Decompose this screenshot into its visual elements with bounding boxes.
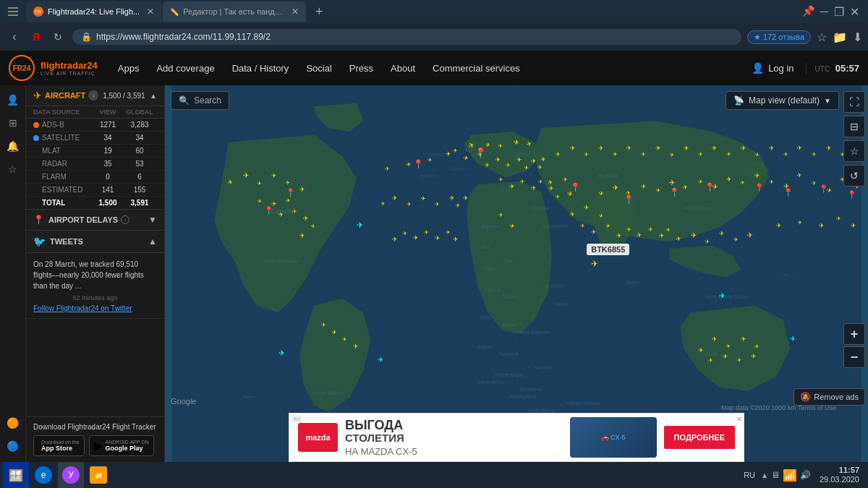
- close-window-button[interactable]: ✕: [850, 5, 859, 19]
- nav-add-coverage[interactable]: Add coverage: [148, 51, 223, 85]
- tab-close-2[interactable]: ✕: [292, 7, 299, 17]
- taskbar-signal-icon[interactable]: 📶: [783, 468, 797, 482]
- google-watermark: Google: [171, 397, 196, 406]
- svg-text:✈: ✈: [641, 183, 647, 190]
- svg-text:📍: 📍: [783, 187, 793, 197]
- svg-text:✈: ✈: [357, 221, 363, 229]
- pin-icon: 📍: [33, 215, 44, 225]
- left-icon-bottom-1[interactable]: 🟠: [3, 413, 23, 433]
- tab-close-1[interactable]: ✕: [147, 7, 154, 17]
- taskbar-app-2[interactable]: У: [58, 462, 84, 488]
- svg-text:✈: ✈: [747, 231, 754, 240]
- zoom-in-button[interactable]: +: [843, 323, 865, 345]
- user-icon: 👤: [752, 62, 764, 74]
- os-taskbar-bottom: 🪟 e У 📁 RU ▲ 🖥 📶 🔊 11:57 29.03.2020: [0, 462, 868, 488]
- tweet-content: On 28 March, we tracked 69,510 flights—n…: [26, 253, 164, 319]
- nav-data-history[interactable]: Data / History: [224, 51, 298, 85]
- restore-button[interactable]: ❐: [834, 5, 844, 19]
- play-store-button[interactable]: ▶ ANDROID APP ON Google Play: [89, 435, 154, 456]
- nav-commercial[interactable]: Commercial services: [424, 51, 529, 85]
- pin-icon[interactable]: 📌: [802, 5, 814, 19]
- left-icon-user[interactable]: 👤: [3, 90, 23, 110]
- svg-text:✈: ✈: [299, 186, 305, 193]
- login-button[interactable]: 👤 Log in: [743, 62, 802, 74]
- nav-press[interactable]: Press: [341, 51, 382, 85]
- taskbar-network-icon[interactable]: 🖥: [771, 470, 780, 480]
- svg-text:✈: ✈: [790, 335, 796, 343]
- svg-text:✈: ✈: [769, 145, 775, 152]
- review-badge[interactable]: ★ 172 отзыва: [747, 30, 811, 44]
- svg-text:✈: ✈: [392, 194, 398, 202]
- svg-text:✈: ✈: [584, 151, 590, 158]
- table-row: MLAT 19 60: [26, 145, 164, 158]
- svg-text:✈: ✈: [736, 357, 742, 364]
- svg-text:✈: ✈: [243, 171, 249, 179]
- svg-text:✈: ✈: [463, 154, 470, 162]
- svg-text:✈: ✈: [697, 346, 704, 354]
- search-box[interactable]: 🔍 Search: [171, 91, 229, 110]
- svg-text:✈: ✈: [392, 236, 398, 243]
- svg-text:✈: ✈: [278, 210, 284, 218]
- start-button[interactable]: 🪟: [3, 462, 29, 488]
- browser-tab-2[interactable]: ✏️ Редактор | Так есть панде... ✕: [163, 1, 306, 22]
- left-icon-grid[interactable]: ⊞: [3, 113, 23, 133]
- reset-view-button[interactable]: ↺: [843, 165, 865, 187]
- wifi-icon: 📡: [733, 95, 744, 106]
- airport-delays-section[interactable]: 📍 AIRPORT DELAYS i ▼: [26, 210, 164, 231]
- taskbar-clock[interactable]: 11:57 29.03.2020: [817, 466, 862, 484]
- new-tab-button[interactable]: +: [309, 1, 329, 22]
- flight-tooltip[interactable]: BTK6855: [587, 244, 629, 255]
- left-icon-star[interactable]: ☆: [3, 159, 23, 179]
- svg-text:📍: 📍: [705, 182, 716, 192]
- svg-text:Chad: Chad: [502, 259, 514, 264]
- svg-text:Mali: Mali: [481, 244, 490, 249]
- chevron-up-icon: ▲: [150, 92, 157, 100]
- svg-text:✈: ✈: [271, 172, 277, 179]
- back-button[interactable]: ‹: [6, 30, 23, 43]
- svg-text:✈: ✈: [605, 223, 611, 230]
- col-source: DATA SOURCE: [33, 108, 93, 116]
- taskbar-right: RU ▲ 🖥 📶 🔊 11:57 29.03.2020: [744, 466, 865, 484]
- map-area[interactable]: Canada United States Algeria Mali Niger …: [165, 85, 868, 462]
- ad-logo-text: mazda: [305, 433, 330, 442]
- svg-text:✈: ✈: [626, 226, 631, 233]
- svg-text:✈: ✈: [427, 157, 433, 163]
- tweet-follow-link[interactable]: Follow Flightradar24 on Twitter: [33, 304, 157, 312]
- download-button[interactable]: ⬇: [853, 30, 862, 44]
- logo[interactable]: FR24 flightradar24 LIVE AIR TRAFFIC: [9, 55, 98, 81]
- svg-text:✈: ✈: [733, 236, 739, 243]
- svg-text:✈: ✈: [751, 353, 757, 360]
- ad-cta-button[interactable]: ПОДРОБНЕЕ: [664, 426, 735, 449]
- taskbar-up-icon[interactable]: ▲: [761, 471, 768, 479]
- favorite-button[interactable]: ☆: [843, 140, 865, 162]
- nav-social[interactable]: Social: [297, 51, 340, 85]
- filter-button[interactable]: ⊟: [843, 116, 865, 137]
- left-icon-bell[interactable]: 🔔: [3, 136, 23, 156]
- tab-favicon-2: ✏️: [170, 8, 179, 16]
- svg-text:Sudan: Sudan: [502, 294, 516, 299]
- bookmark-button[interactable]: ☆: [817, 30, 827, 44]
- expand-map-button[interactable]: ⛶: [843, 91, 865, 113]
- remove-ads-button[interactable]: 🔕 Remove ads: [793, 388, 865, 406]
- collections-button[interactable]: 📁: [833, 30, 847, 44]
- svg-text:✈: ✈: [741, 335, 746, 343]
- svg-text:✈: ✈: [506, 162, 511, 168]
- left-icon-bottom-2[interactable]: 🔵: [3, 436, 23, 456]
- taskbar-app-1[interactable]: e: [30, 462, 56, 488]
- map-view-button[interactable]: 📡 Map view (default) ▼: [726, 91, 839, 110]
- nav-about[interactable]: About: [382, 51, 424, 85]
- app-store-button[interactable]: Download on the App Store: [33, 435, 85, 456]
- taskbar-volume-icon[interactable]: 🔊: [800, 470, 811, 480]
- url-bar[interactable]: 🔒 https://www.flightradar24.com/11.99,11…: [72, 29, 741, 45]
- minimize-button[interactable]: ─: [820, 5, 828, 19]
- svg-text:✈: ✈: [509, 222, 516, 230]
- tab-bar: FR Flightradar24: Live Fligh... ✕ ✏️ Ред…: [0, 0, 868, 23]
- ad-close-button[interactable]: ✕: [736, 415, 742, 423]
- nav-apps[interactable]: Apps: [109, 51, 148, 85]
- browser-tab-active[interactable]: FR Flightradar24: Live Fligh... ✕: [26, 1, 161, 22]
- tweets-section-header[interactable]: 🐦 TWEETS ▲: [26, 231, 164, 253]
- zoom-out-button[interactable]: −: [843, 346, 865, 368]
- refresh-button[interactable]: ↻: [49, 31, 67, 43]
- taskbar-app-3[interactable]: 📁: [85, 462, 111, 488]
- aircraft-header[interactable]: ✈ AIRCRAFT i 1,500 / 3,591 ▲: [26, 85, 164, 106]
